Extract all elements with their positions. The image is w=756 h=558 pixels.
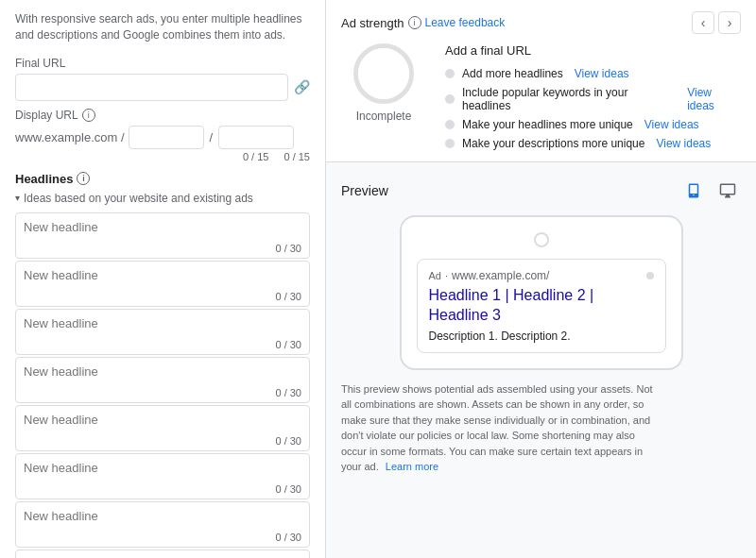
link-icon[interactable]: 🔗 bbox=[294, 79, 310, 94]
right-panel: Ad strength i Leave feedback ‹ › Incompl… bbox=[326, 0, 756, 558]
display-url-prefix: www.example.com / bbox=[15, 130, 125, 144]
headline-char-2: 0 / 30 bbox=[16, 289, 309, 306]
ideas-label: Ideas based on your website and existing… bbox=[24, 192, 253, 205]
display-url-path1[interactable] bbox=[129, 126, 204, 149]
suggestion-item-3: Make your headlines more unique View ide… bbox=[445, 118, 741, 131]
mobile-preview-frame: Ad · www.example.com/ Headline 1 | Headl… bbox=[400, 215, 683, 370]
headline-input-5[interactable] bbox=[16, 406, 309, 433]
ad-card: Ad · www.example.com/ Headline 1 | Headl… bbox=[417, 259, 666, 353]
headline-fields: 0 / 30 0 / 30 0 / 30 0 / 30 0 / 30 0 / 3… bbox=[15, 212, 310, 558]
headline-char-6: 0 / 30 bbox=[16, 482, 309, 499]
headline-char-7: 0 / 30 bbox=[16, 530, 309, 547]
suggestion-text-1: Add more headlines bbox=[462, 67, 563, 80]
headline-char-1: 0 / 30 bbox=[16, 241, 309, 258]
desktop-device-icon[interactable] bbox=[714, 178, 741, 204]
ad-menu-dot bbox=[646, 272, 654, 279]
strength-circle bbox=[353, 43, 414, 104]
headline-char-4: 0 / 30 bbox=[16, 385, 309, 402]
display-url-slash: / bbox=[208, 130, 215, 144]
final-url-label: Final URL bbox=[15, 57, 310, 70]
suggestion-text-2: Include popular keywords in your headlin… bbox=[462, 86, 676, 112]
suggestion-link-3[interactable]: View ideas bbox=[644, 118, 699, 131]
suggestion-dot-4 bbox=[445, 139, 455, 148]
headlines-label: Headlines bbox=[15, 172, 73, 186]
final-url-input[interactable] bbox=[15, 74, 288, 101]
headline-input-3[interactable] bbox=[16, 310, 309, 337]
suggestion-item-1: Add more headlines View ideas bbox=[445, 67, 741, 80]
preview-disclaimer: This preview shows potential ads assembl… bbox=[341, 381, 662, 475]
display-url-label: Display URL bbox=[15, 109, 78, 122]
suggestion-link-4[interactable]: View ideas bbox=[656, 137, 711, 150]
headline-char-3: 0 / 30 bbox=[16, 337, 309, 354]
headline-input-4[interactable] bbox=[16, 358, 309, 385]
suggestion-link-1[interactable]: View ideas bbox=[575, 67, 629, 80]
add-final-url-prompt: Add a final URL bbox=[445, 43, 741, 58]
strength-status-label: Incomplete bbox=[356, 110, 412, 123]
headline-input-7[interactable] bbox=[16, 502, 309, 530]
suggestion-text-4: Make your descriptions more unique bbox=[462, 137, 644, 150]
left-panel: With responsive search ads, you enter mu… bbox=[0, 0, 326, 558]
ad-badge: Ad bbox=[429, 270, 441, 281]
headline-input-1[interactable] bbox=[16, 213, 309, 241]
display-url-char1: 0 / 15 bbox=[243, 151, 269, 162]
ad-url: www.example.com/ bbox=[452, 269, 549, 282]
suggestion-link-2[interactable]: View ideas bbox=[687, 86, 741, 112]
preview-title: Preview bbox=[341, 183, 388, 198]
learn-more-link[interactable]: Learn more bbox=[386, 461, 438, 472]
display-url-char2: 0 / 15 bbox=[284, 151, 310, 162]
preview-section: Preview bbox=[326, 162, 756, 558]
ad-strength-title: Ad strength bbox=[341, 16, 404, 30]
ideas-row[interactable]: ▾ Ideas based on your website and existi… bbox=[15, 192, 310, 205]
leave-feedback-link[interactable]: Leave feedback bbox=[425, 16, 506, 29]
intro-text: With responsive search ads, you enter mu… bbox=[15, 11, 310, 43]
ad-strength-section: Ad strength i Leave feedback ‹ › Incompl… bbox=[326, 0, 756, 162]
suggestion-item-2: Include popular keywords in your headlin… bbox=[445, 86, 741, 112]
nav-next-button[interactable]: › bbox=[718, 11, 741, 34]
mobile-notch bbox=[534, 232, 549, 247]
suggestion-text-3: Make your headlines more unique bbox=[462, 118, 633, 131]
ad-description: Description 1. Description 2. bbox=[429, 330, 654, 343]
ad-strength-info-icon[interactable]: i bbox=[408, 16, 421, 29]
display-url-info-icon[interactable]: i bbox=[82, 109, 95, 122]
headline-input-8[interactable] bbox=[16, 550, 309, 558]
suggestion-item-4: Make your descriptions more unique View … bbox=[445, 137, 741, 150]
ideas-chevron-icon: ▾ bbox=[15, 193, 20, 203]
headlines-info-icon[interactable]: i bbox=[77, 172, 90, 185]
headline-input-6[interactable] bbox=[16, 454, 309, 482]
headline-input-2[interactable] bbox=[16, 262, 309, 289]
suggestion-dot-1 bbox=[445, 69, 455, 78]
headline-char-5: 0 / 30 bbox=[16, 433, 309, 450]
ad-headline: Headline 1 | Headline 2 | Headline 3 bbox=[429, 286, 654, 326]
suggestion-list: Add more headlines View ideas Include po… bbox=[445, 67, 741, 150]
display-url-path2[interactable] bbox=[218, 126, 294, 149]
mobile-device-icon[interactable] bbox=[680, 178, 707, 204]
nav-prev-button[interactable]: ‹ bbox=[692, 11, 714, 34]
suggestion-dot-2 bbox=[445, 94, 455, 104]
suggestion-dot-3 bbox=[445, 120, 455, 129]
